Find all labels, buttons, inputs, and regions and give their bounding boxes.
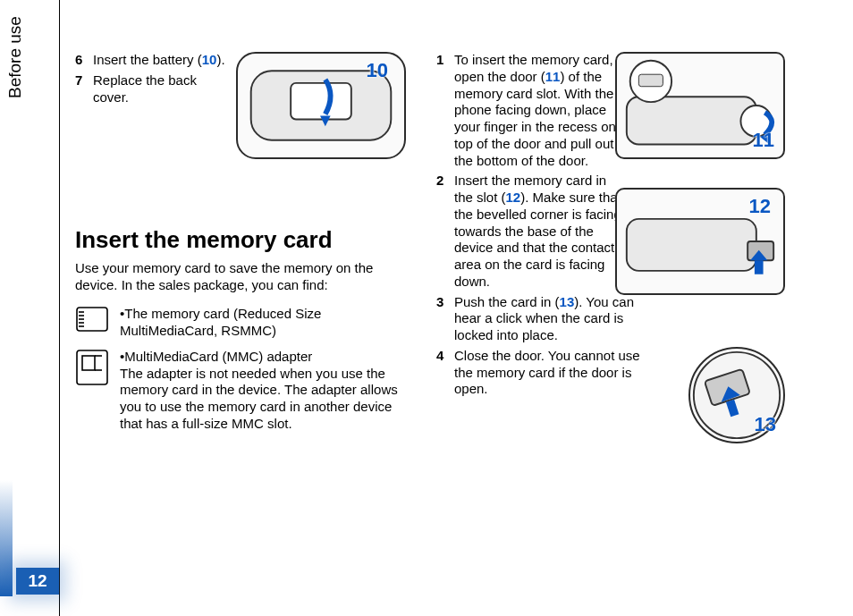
figure-10: 10 (236, 52, 406, 159)
step-text: Close the door. You cannot use the memor… (454, 348, 651, 398)
step-number: 1 (436, 52, 454, 169)
section-intro: Use your memory card to save the memory … (75, 260, 415, 294)
svg-rect-15 (638, 74, 663, 87)
step-7: 7 Replace the back cover. (75, 72, 227, 106)
step-text: Insert the battery (10). (93, 52, 227, 69)
figure-label: 11 (753, 129, 774, 152)
figure-label: 13 (755, 413, 776, 436)
svg-rect-18 (627, 219, 756, 271)
bullet-text: •MultiMediaCard (MMC) adapter The adapte… (120, 349, 415, 433)
figure-12: 12 (615, 188, 785, 295)
mmc-adapter-icon (75, 349, 109, 386)
step-number: 3 (436, 294, 454, 344)
step-number: 4 (436, 348, 454, 398)
bullet-mmc-adapter: •MultiMediaCard (MMC) adapter The adapte… (75, 349, 415, 433)
memory-card-steps-lower: 3 Push the card in (13). You can hear a … (436, 294, 651, 399)
rsmmc-card-icon (75, 306, 109, 333)
figure-11: 11 (615, 52, 785, 159)
step-3: 3 Push the card in (13). You can hear a … (436, 294, 651, 344)
step-number: 6 (75, 52, 93, 69)
left-rail: Before use 12 (0, 0, 60, 616)
figure-label: 10 (367, 59, 388, 82)
svg-rect-13 (627, 97, 756, 144)
memory-card-steps-upper: 1 To insert the memory card, open the do… (436, 52, 622, 291)
step-text: Insert the memory card in the slot (12).… (454, 173, 622, 290)
figure-label: 12 (749, 195, 771, 218)
figure-ref-10: 10 (202, 52, 217, 67)
text: ). (216, 52, 224, 67)
svg-rect-20 (755, 260, 764, 274)
text: Push the card in ( (454, 294, 560, 309)
step-number: 2 (436, 173, 454, 290)
text: Insert the battery ( (93, 52, 202, 67)
svg-rect-11 (291, 83, 351, 120)
step-2: 2 Insert the memory card in the slot (12… (436, 173, 622, 290)
step-text: Push the card in (13). You can hear a cl… (454, 294, 651, 344)
step-number: 7 (75, 72, 93, 106)
page-number: 12 (16, 568, 59, 595)
manual-page: Before use 12 6 Insert the battery (10).… (0, 0, 853, 616)
section-title: Insert the memory card (75, 225, 415, 255)
rail-gradient (0, 480, 13, 596)
bullet-rsmmc: •The memory card (Reduced Size MultiMedi… (75, 306, 415, 340)
figure-13: 13 (688, 347, 785, 443)
battery-steps: 6 Insert the battery (10). 7 Replace the… (75, 52, 227, 105)
step-1: 1 To insert the memory card, open the do… (436, 52, 622, 169)
figure-ref-12: 12 (506, 190, 521, 205)
step-4: 4 Close the door. You cannot use the mem… (436, 348, 651, 398)
figure-ref-11: 11 (545, 69, 561, 84)
figure-ref-13: 13 (560, 294, 575, 309)
step-text: To insert the memory card, open the door… (454, 52, 622, 169)
step-text: Replace the back cover. (93, 72, 227, 106)
step-6: 6 Insert the battery (10). (75, 52, 227, 69)
section-label: Before use (5, 16, 25, 98)
bullet-text: •The memory card (Reduced Size MultiMedi… (120, 306, 415, 340)
